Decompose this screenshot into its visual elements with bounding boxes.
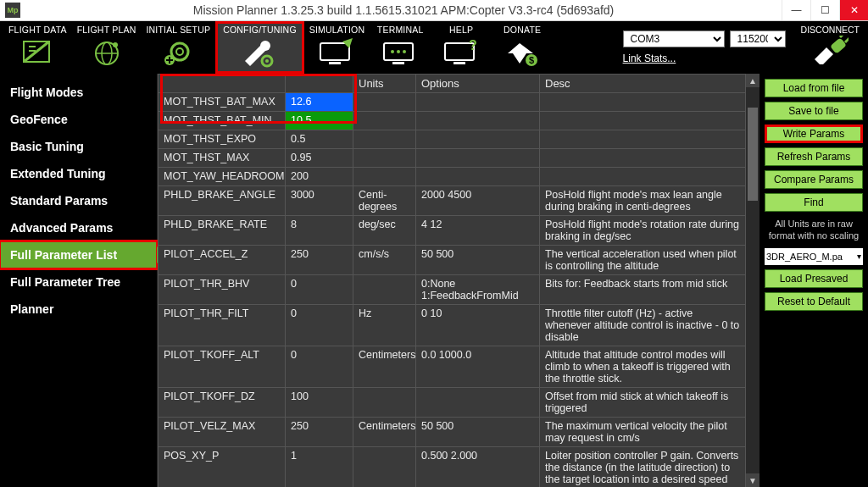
table-row[interactable]: PHLD_BRAKE_ANGLE3000Centi-degrees2000 45… bbox=[159, 186, 746, 216]
table-row[interactable]: POS_XY_P10.500 2.000Loiter position cont… bbox=[159, 447, 746, 488]
save-to-file-button[interactable]: Save to file bbox=[765, 102, 863, 120]
cell-val[interactable]: 0.95 bbox=[286, 149, 353, 168]
column-header[interactable] bbox=[159, 75, 286, 93]
table-scrollbar[interactable]: ▲ ▼ bbox=[746, 74, 760, 487]
sidenav-item-extended-tuning[interactable]: Extended Tuning bbox=[0, 160, 157, 187]
plug-icon bbox=[810, 35, 849, 65]
config-tuning-button[interactable]: CONFIG/TUNING bbox=[215, 21, 304, 74]
column-header[interactable]: Desc bbox=[540, 75, 746, 93]
cell-val[interactable]: 1 bbox=[286, 447, 353, 488]
baud-rate-select[interactable]: 115200 bbox=[730, 30, 786, 47]
cell-val[interactable]: 10.5 bbox=[286, 112, 353, 130]
cell-cmd: POS_XY_P bbox=[159, 447, 286, 488]
scroll-up-arrow[interactable]: ▲ bbox=[746, 74, 760, 87]
svg-line-1 bbox=[24, 42, 49, 62]
table-row[interactable]: MOT_YAW_HEADROOM200 bbox=[159, 168, 746, 186]
cell-val[interactable]: 0 bbox=[286, 275, 353, 305]
cell-desc bbox=[540, 93, 746, 112]
monitor-question-icon: ? bbox=[436, 36, 487, 69]
preset-dropdown[interactable]: 3DR_AERO_M.pa▾ bbox=[765, 248, 863, 265]
cell-val[interactable]: 250 bbox=[286, 418, 353, 447]
cell-val[interactable]: 0 bbox=[286, 305, 353, 346]
cell-val[interactable]: 8 bbox=[286, 216, 353, 246]
table-row[interactable]: MOT_THST_BAT_MIN10.5 bbox=[159, 112, 746, 130]
svg-text:$: $ bbox=[529, 55, 534, 65]
cell-unit: Centimeters bbox=[353, 346, 416, 388]
flight-data-button[interactable]: FLIGHT DATA bbox=[3, 21, 72, 74]
sidenav-item-standard-params[interactable]: Standard Params bbox=[0, 187, 157, 214]
table-row[interactable]: PILOT_THR_FILT0Hz0 10Throttle filter cut… bbox=[159, 305, 746, 346]
sidenav-item-geofence[interactable]: GeoFence bbox=[0, 106, 157, 133]
cell-unit bbox=[353, 447, 416, 488]
table-row[interactable]: PHLD_BRAKE_RATE8deg/sec4 12PosHold fligh… bbox=[159, 216, 746, 246]
sidenav-item-full-parameter-tree[interactable]: Full Parameter Tree bbox=[0, 268, 157, 296]
donate-button[interactable]: DONATE $ bbox=[492, 21, 553, 74]
flight-plan-button[interactable]: FLIGHT PLAN bbox=[72, 21, 142, 74]
sidenav-item-basic-tuning[interactable]: Basic Tuning bbox=[0, 133, 157, 160]
svg-point-21 bbox=[397, 50, 400, 53]
cell-val[interactable]: 100 bbox=[286, 388, 353, 418]
table-row[interactable]: PILOT_VELZ_MAX250Centimeters50 500The ma… bbox=[159, 418, 746, 447]
column-header[interactable]: Units bbox=[353, 75, 416, 93]
cell-val[interactable]: 3000 bbox=[286, 186, 353, 216]
cell-val[interactable]: 12.6 bbox=[286, 93, 353, 112]
sidenav-item-planner[interactable]: Planner bbox=[0, 296, 157, 323]
svg-point-7 bbox=[113, 42, 118, 47]
reset-to-default-button[interactable]: Reset to Default bbox=[765, 292, 863, 311]
compare-params-button[interactable]: Compare Params bbox=[765, 170, 863, 189]
cell-desc: Loiter position controller P gain. Conve… bbox=[540, 447, 746, 488]
cell-val[interactable]: 0 bbox=[286, 346, 353, 388]
cell-val[interactable]: 250 bbox=[286, 246, 353, 275]
cell-desc: The vertical acceleration used when pilo… bbox=[540, 246, 746, 275]
write-params-button[interactable]: Write Params bbox=[765, 125, 863, 143]
table-row[interactable]: PILOT_ACCEL_Z250cm/s/s50 500The vertical… bbox=[159, 246, 746, 275]
table-row[interactable]: MOT_THST_EXPO0.5 bbox=[159, 130, 746, 149]
cell-cmd: MOT_THST_MAX bbox=[159, 149, 286, 168]
initial-setup-button[interactable]: INITIAL SETUP bbox=[141, 21, 215, 74]
refresh-params-button[interactable]: Refresh Params bbox=[765, 147, 863, 166]
link-stats-link[interactable]: Link Stats... bbox=[623, 53, 676, 64]
maximize-button[interactable]: ☐ bbox=[810, 0, 839, 20]
svg-rect-28 bbox=[830, 37, 847, 53]
minimize-button[interactable]: — bbox=[782, 0, 810, 20]
column-header[interactable] bbox=[286, 75, 353, 93]
help-button[interactable]: HELP ? bbox=[431, 21, 492, 74]
cell-desc: PosHold flight mode's rotation rate duri… bbox=[540, 216, 746, 246]
units-note: All Units are in raw format with no scal… bbox=[765, 218, 863, 242]
table-row[interactable]: PILOT_THR_BHV00:None 1:FeedbackFromMidBi… bbox=[159, 275, 746, 305]
sidenav-item-full-parameter-list[interactable]: Full Parameter List bbox=[0, 241, 157, 268]
cell-desc bbox=[540, 149, 746, 168]
scroll-thumb[interactable] bbox=[748, 108, 758, 201]
find-button[interactable]: Find bbox=[765, 193, 863, 212]
cell-desc bbox=[540, 130, 746, 149]
sidenav-item-advanced-params[interactable]: Advanced Params bbox=[0, 214, 157, 241]
globe-icon bbox=[81, 36, 132, 69]
simulation-button[interactable]: SIMULATION bbox=[304, 21, 370, 74]
column-header[interactable]: Options bbox=[416, 75, 540, 93]
table-row[interactable]: PILOT_TKOFF_DZ100Offset from mid stick a… bbox=[159, 388, 746, 418]
cell-unit: deg/sec bbox=[353, 216, 416, 246]
com-port-select[interactable]: COM3 bbox=[623, 30, 725, 47]
terminal-button[interactable]: TERMINAL bbox=[370, 21, 431, 74]
scroll-down-arrow[interactable]: ▼ bbox=[746, 473, 760, 487]
load-presaved-button[interactable]: Load Presaved bbox=[765, 269, 863, 288]
cell-val[interactable]: 0.5 bbox=[286, 130, 353, 149]
cell-unit bbox=[353, 168, 416, 186]
close-button[interactable]: ✕ bbox=[839, 0, 868, 20]
window-title: Mission Planner 1.3.25.3 build 1.1.5615.… bbox=[25, 3, 782, 17]
cell-unit: Hz bbox=[353, 305, 416, 346]
table-row[interactable]: MOT_THST_BAT_MAX12.6 bbox=[159, 93, 746, 112]
svg-rect-17 bbox=[329, 62, 341, 64]
disconnect-button[interactable]: DISCONNECT bbox=[793, 21, 868, 74]
cell-unit bbox=[353, 275, 416, 305]
load-from-file-button[interactable]: Load from file bbox=[765, 79, 863, 97]
sidenav-item-flight-modes[interactable]: Flight Modes bbox=[0, 79, 157, 106]
table-row[interactable]: PILOT_TKOFF_ALT0Centimeters0.0 1000.0Alt… bbox=[159, 346, 746, 388]
cell-opt bbox=[416, 112, 540, 130]
svg-rect-24 bbox=[453, 62, 465, 64]
cell-cmd: MOT_THST_EXPO bbox=[159, 130, 286, 149]
table-row[interactable]: MOT_THST_MAX0.95 bbox=[159, 149, 746, 168]
svg-point-20 bbox=[391, 50, 394, 53]
cell-cmd: PHLD_BRAKE_ANGLE bbox=[159, 186, 286, 216]
cell-val[interactable]: 200 bbox=[286, 168, 353, 186]
